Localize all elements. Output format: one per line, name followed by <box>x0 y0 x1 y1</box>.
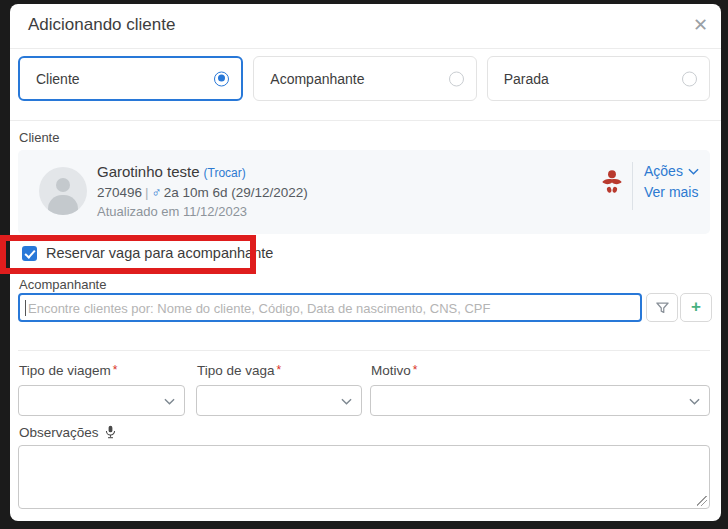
client-actions: Ações Ver mais <box>644 161 699 203</box>
trip-type-select[interactable] <box>18 385 185 416</box>
chevron-down-icon <box>341 398 352 405</box>
client-code: 270496 <box>97 185 142 200</box>
section-divider <box>18 350 710 351</box>
seat-type-label: Tipo de vaga* <box>197 363 281 378</box>
reason-select[interactable] <box>370 385 710 416</box>
modal-header: Adicionando cliente ✕ <box>10 4 721 49</box>
microphone-icon[interactable] <box>104 424 117 440</box>
avatar <box>39 167 87 215</box>
separator: | <box>145 185 149 200</box>
label-text: Tipo de vaga <box>197 363 275 378</box>
chevron-down-icon <box>688 168 699 175</box>
baby-indicator-icon <box>601 169 623 195</box>
tab-parada[interactable]: Parada <box>487 56 710 101</box>
checkbox-checked-icon[interactable] <box>22 246 37 261</box>
label-text: Tipo de viagem <box>19 363 111 378</box>
label-text: Motivo <box>371 363 411 378</box>
client-section-label: Cliente <box>19 130 59 145</box>
male-gender-icon: ♂ <box>152 185 162 200</box>
tab-cliente[interactable]: Cliente <box>18 56 243 101</box>
required-asterisk: * <box>113 363 118 377</box>
reason-label: Motivo* <box>371 363 417 378</box>
observations-label-row: Observações <box>19 424 117 440</box>
add-companion-button[interactable]: + <box>680 293 712 322</box>
client-updated: Atualizado em 11/12/2023 <box>97 202 308 221</box>
plus-icon: + <box>691 298 701 315</box>
client-age: 2a 10m 6d (29/12/2022) <box>164 185 308 200</box>
client-card: Garotinho teste(Trocar) 270496|♂2a 10m 6… <box>18 150 710 234</box>
resize-handle[interactable] <box>697 496 707 506</box>
tab-label: Cliente <box>36 71 80 87</box>
modal-title: Adicionando cliente <box>28 15 175 35</box>
entry-type-tabs: Cliente Acompanhante Parada <box>18 56 710 101</box>
client-summary: Garotinho teste(Trocar) 270496|♂2a 10m 6… <box>97 162 308 221</box>
text-caret <box>25 300 26 316</box>
seat-type-select[interactable] <box>196 385 362 416</box>
actions-label: Ações <box>644 161 683 182</box>
avatar-head-shape <box>56 178 70 192</box>
client-info-row: 270496|♂2a 10m 6d (29/12/2022) <box>97 183 308 202</box>
search-placeholder: Encontre clientes por: Nome do cliente, … <box>28 300 490 315</box>
radio-unselected-icon[interactable] <box>682 71 697 86</box>
tab-acompanhante[interactable]: Acompanhante <box>253 56 476 101</box>
vertical-divider <box>632 162 633 210</box>
add-client-modal: Adicionando cliente ✕ Cliente Acompanhan… <box>10 4 721 521</box>
section-divider <box>10 120 721 121</box>
change-client-link[interactable]: (Trocar) <box>204 166 246 180</box>
required-asterisk: * <box>413 363 418 377</box>
reserve-companion-row: Reservar vaga para acompanhante <box>22 245 273 261</box>
see-more-link[interactable]: Ver mais <box>644 182 699 203</box>
chevron-down-icon <box>164 398 175 405</box>
required-asterisk: * <box>277 363 282 377</box>
companion-search-input[interactable]: Encontre clientes por: Nome do cliente, … <box>18 293 642 322</box>
tab-label: Acompanhante <box>270 71 364 87</box>
funnel-icon <box>655 300 670 316</box>
filter-button[interactable] <box>646 293 678 322</box>
companion-section-label: Acompanhante <box>19 277 106 292</box>
tab-label: Parada <box>504 71 549 87</box>
avatar-body-shape <box>48 195 78 215</box>
trip-type-label: Tipo de viagem* <box>19 363 117 378</box>
radio-selected-icon[interactable] <box>214 71 229 86</box>
observations-label: Observações <box>19 425 99 440</box>
radio-unselected-icon[interactable] <box>449 71 464 86</box>
chevron-down-icon <box>689 398 700 405</box>
client-name: Garotinho teste <box>97 163 200 180</box>
observations-textarea[interactable] <box>18 445 710 509</box>
client-name-row: Garotinho teste(Trocar) <box>97 162 308 183</box>
actions-dropdown[interactable]: Ações <box>644 161 699 182</box>
reserve-companion-label: Reservar vaga para acompanhante <box>46 245 273 261</box>
screen: { "modal": { "title": "Adicionando clien… <box>0 0 728 529</box>
close-icon[interactable]: ✕ <box>693 14 708 36</box>
